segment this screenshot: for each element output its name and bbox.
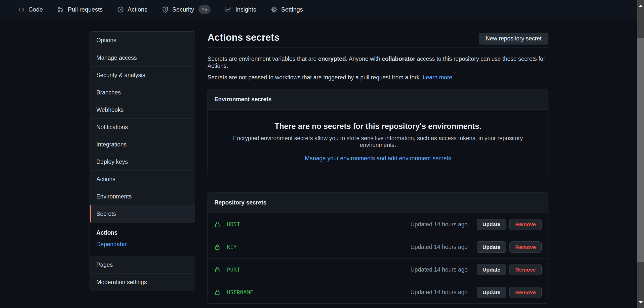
- environment-secrets-header: Environment secrets: [208, 89, 548, 110]
- tab-label: Settings: [281, 6, 303, 13]
- remove-button[interactable]: Remove: [509, 241, 542, 253]
- tab-settings[interactable]: Settings: [271, 6, 303, 13]
- sidebar-item-webhooks[interactable]: Webhooks: [90, 101, 195, 118]
- environment-secrets-empty-state: There are no secrets for this repository…: [208, 110, 548, 176]
- secret-row-key: KEY Updated 14 hours ago Update Remove: [208, 236, 548, 258]
- update-button[interactable]: Update: [477, 219, 506, 230]
- sidebar-item-actions[interactable]: Actions: [90, 170, 195, 188]
- tab-pull-requests[interactable]: Pull requests: [57, 6, 103, 13]
- tab-label: Actions: [128, 6, 147, 13]
- scrollbar[interactable]: [637, 0, 644, 308]
- secret-row-host: HOST Updated 14 hours ago Update Remove: [208, 213, 548, 236]
- github-repo-settings-page: Code Pull requests Actions Security 15: [0, 0, 644, 308]
- secrets-subsection: Actions Dependabot: [90, 222, 195, 256]
- empty-state-title: There are no secrets for this repository…: [218, 122, 538, 131]
- secret-name: USERNAME: [227, 289, 253, 295]
- sidebar-item-moderation-settings[interactable]: Moderation settings: [90, 273, 195, 291]
- secret-name: PORT: [227, 267, 240, 273]
- page-header: Actions secrets New repository secret: [208, 32, 548, 48]
- tab-label: Insights: [235, 6, 256, 13]
- secret-updated-text: Updated 14 hours ago: [410, 289, 468, 296]
- lock-icon: [214, 266, 220, 273]
- sidebar-item-security-analysis[interactable]: Security & analysis: [90, 66, 195, 84]
- tab-security[interactable]: Security 15: [162, 5, 211, 14]
- sidebar-item-branches[interactable]: Branches: [90, 84, 195, 101]
- subsection-item-actions[interactable]: Actions: [96, 229, 188, 236]
- update-button[interactable]: Update: [477, 264, 506, 275]
- play-circle-icon: [117, 6, 124, 13]
- gear-icon: [271, 6, 277, 13]
- repo-tab-nav: Code Pull requests Actions Security 15: [0, 0, 637, 19]
- remove-button[interactable]: Remove: [509, 264, 542, 275]
- secret-updated-text: Updated 14 hours ago: [410, 221, 468, 228]
- scroll-up-arrow[interactable]: [637, 0, 644, 12]
- secret-updated-text: Updated 14 hours ago: [410, 266, 468, 273]
- description-line-2: Secrets are not passed to workflows that…: [208, 74, 548, 81]
- repository-secrets-header: Repository secrets: [208, 192, 548, 213]
- description-line-1: Secrets are environment variables that a…: [208, 55, 548, 69]
- tab-actions[interactable]: Actions: [117, 6, 147, 13]
- new-repository-secret-button[interactable]: New repository secret: [479, 33, 548, 44]
- graph-icon: [225, 6, 232, 13]
- update-button[interactable]: Update: [477, 287, 506, 298]
- subsection-item-dependabot[interactable]: Dependabot: [96, 241, 188, 248]
- security-count-badge: 15: [198, 5, 211, 14]
- code-icon: [18, 6, 25, 13]
- empty-state-text: Encrypted environment secrets allow you …: [218, 135, 538, 148]
- secret-row-username: USERNAME Updated 14 hours ago Update Rem…: [208, 281, 548, 303]
- tab-label: Code: [28, 6, 43, 13]
- learn-more-link[interactable]: Learn more: [423, 74, 452, 81]
- remove-button[interactable]: Remove: [509, 219, 542, 230]
- secret-updated-text: Updated 14 hours ago: [410, 244, 468, 250]
- sidebar-item-integrations[interactable]: Integrations: [90, 136, 195, 153]
- settings-sidebar: Options Manage access Security & analysi…: [90, 31, 195, 291]
- sidebar-item-deploy-keys[interactable]: Deploy keys: [90, 153, 195, 170]
- sidebar-item-secrets[interactable]: Secrets: [90, 205, 195, 222]
- lock-icon: [214, 289, 220, 296]
- scroll-down-arrow[interactable]: [637, 296, 644, 308]
- secret-name: KEY: [227, 244, 237, 250]
- main-content: Actions secrets New repository secret Se…: [208, 32, 548, 304]
- tab-label: Pull requests: [68, 6, 103, 13]
- tab-code[interactable]: Code: [18, 6, 43, 13]
- sidebar-item-environments[interactable]: Environments: [90, 188, 195, 205]
- sidebar-item-notifications[interactable]: Notifications: [90, 118, 195, 136]
- remove-button[interactable]: Remove: [509, 287, 542, 298]
- sidebar-item-options[interactable]: Options: [90, 32, 195, 49]
- tab-insights[interactable]: Insights: [225, 6, 256, 13]
- scrollbar-thumb[interactable]: [637, 38, 644, 262]
- tab-label: Security: [172, 6, 194, 13]
- secret-row-port: PORT Updated 14 hours ago Update Remove: [208, 258, 548, 281]
- sidebar-item-pages[interactable]: Pages: [90, 256, 195, 273]
- repository-secrets-box: Repository secrets HOST Updated 14 hours…: [208, 192, 548, 304]
- pull-request-icon: [57, 6, 64, 13]
- manage-environments-link[interactable]: Manage your environments and add environ…: [305, 155, 451, 162]
- update-button[interactable]: Update: [477, 241, 506, 253]
- lock-icon: [214, 244, 220, 250]
- shield-icon: [162, 6, 169, 13]
- secrets-description: Secrets are environment variables that a…: [208, 55, 548, 81]
- secret-name: HOST: [227, 221, 240, 227]
- lock-icon: [214, 221, 220, 228]
- sidebar-item-manage-access[interactable]: Manage access: [90, 49, 195, 66]
- environment-secrets-box: Environment secrets There are no secrets…: [208, 89, 548, 176]
